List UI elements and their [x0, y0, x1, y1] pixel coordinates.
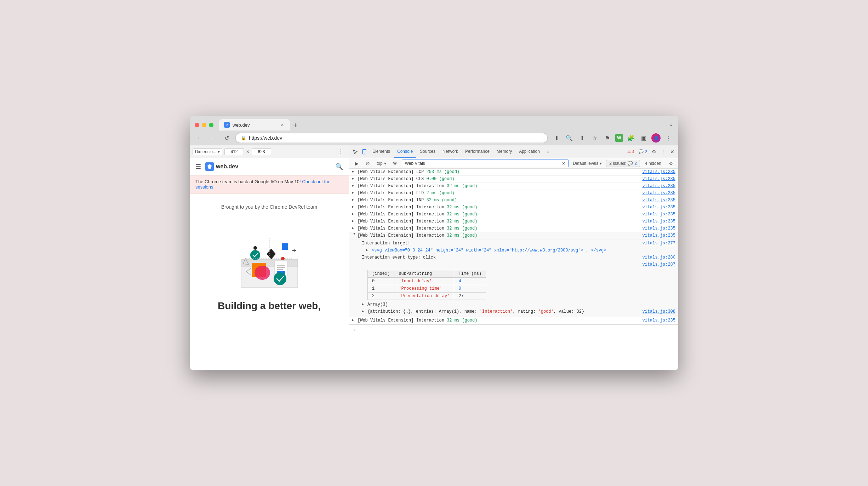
- share-icon[interactable]: ⬆: [577, 133, 587, 143]
- array-row[interactable]: ► Array(3): [359, 301, 678, 308]
- log-source[interactable]: vitals.js:235: [642, 212, 675, 217]
- log-entry-interaction-2[interactable]: ► [Web Vitals Extension] Interaction 32 …: [349, 204, 678, 211]
- log-source[interactable]: vitals.js:235: [642, 169, 675, 174]
- tab-close-button[interactable]: ✕: [279, 122, 285, 128]
- log-source[interactable]: vitals.js:235: [642, 226, 675, 231]
- tab-memory[interactable]: Memory: [493, 145, 515, 158]
- expand-arrow-icon[interactable]: ►: [352, 219, 357, 223]
- active-tab[interactable]: web.dev ✕: [219, 119, 290, 131]
- log-source[interactable]: vitals.js:235: [642, 318, 675, 323]
- tab-sources[interactable]: Sources: [416, 145, 439, 158]
- close-button[interactable]: [195, 123, 199, 127]
- interaction-event-text: Interaction event type: click: [362, 255, 639, 260]
- expand-arrow-icon[interactable]: ►: [352, 198, 357, 202]
- console-settings-icon[interactable]: ⚙: [666, 159, 675, 168]
- height-input[interactable]: [252, 148, 271, 155]
- close-devtools-icon[interactable]: ✕: [668, 147, 677, 156]
- log-entry-fid[interactable]: ► [Web Vitals Extension] FID 2 ms (good)…: [349, 190, 678, 197]
- tab-performance[interactable]: Performance: [462, 145, 493, 158]
- warning-badge[interactable]: ⚠ 4: [625, 149, 636, 155]
- dimension-bar: Dimensio... ▾ ✕ ⋮: [190, 145, 349, 158]
- log-entry-interaction-1[interactable]: ► [Web Vitals Extension] Interaction 32 …: [349, 183, 678, 190]
- tab-more[interactable]: »: [543, 145, 553, 158]
- issues-badge[interactable]: 2 Issues: 💬 2: [606, 160, 640, 167]
- menu-icon[interactable]: ⋮: [663, 133, 673, 143]
- log-source[interactable]: vitals.js:235: [642, 191, 675, 196]
- dimensions-more-icon[interactable]: ⋮: [336, 147, 346, 157]
- log-source[interactable]: vitals.js:235: [642, 198, 675, 203]
- bookmark-icon[interactable]: ☆: [590, 133, 600, 143]
- new-tab-button[interactable]: +: [290, 120, 301, 131]
- log-entry-inp[interactable]: ► [Web Vitals Extension] INP 32 ms (good…: [349, 197, 678, 204]
- log-source[interactable]: vitals.js:235: [642, 184, 675, 189]
- log-source[interactable]: vitals.js:235: [642, 233, 675, 238]
- title-bar: web.dev ✕ + ⌄: [190, 116, 678, 131]
- interaction-event-source[interactable]: vitals.js:280: [642, 255, 675, 260]
- inspect-element-icon[interactable]: [350, 147, 360, 156]
- extension-green-icon[interactable]: W: [615, 134, 623, 142]
- log-source[interactable]: vitals.js:235: [642, 219, 675, 224]
- log-source[interactable]: vitals.js:235: [642, 205, 675, 210]
- devtools-tabs-bar: Elements Console Sources Network Perform…: [349, 145, 678, 158]
- address-field[interactable]: 🔒 https://web.dev: [235, 133, 548, 143]
- maximize-button[interactable]: [209, 123, 213, 127]
- log-levels-selector[interactable]: Default levels ▾: [571, 160, 604, 167]
- expand-arrow-icon[interactable]: ►: [352, 226, 357, 230]
- tab-network[interactable]: Network: [439, 145, 462, 158]
- hamburger-menu-icon[interactable]: ☰: [195, 163, 201, 170]
- minimize-button[interactable]: [202, 123, 206, 127]
- array-arrow[interactable]: ►: [362, 302, 367, 306]
- devtools-merged-bar: Dimensio... ▾ ✕ ⋮: [190, 145, 678, 158]
- stop-icon[interactable]: ⊘: [363, 159, 372, 168]
- expand-arrow-icon[interactable]: ►: [352, 184, 357, 188]
- log-entry-interaction-4[interactable]: ► [Web Vitals Extension] Interaction 32 …: [349, 218, 678, 225]
- log-entry-interaction-last[interactable]: ► [Web Vitals Extension] Interaction 32 …: [349, 317, 678, 324]
- clear-filter-icon[interactable]: ✕: [562, 161, 565, 166]
- expand-arrow-icon[interactable]: ►: [352, 177, 357, 181]
- attribution-row[interactable]: ► {attribution: {…}, entries: Array(1), …: [359, 308, 678, 316]
- back-button[interactable]: ←: [195, 133, 205, 143]
- extensions-icon[interactable]: 🧩: [626, 133, 636, 143]
- attribution-source[interactable]: vitals.js:308: [642, 309, 675, 314]
- zoom-icon[interactable]: 🔍: [564, 133, 574, 143]
- blank-source[interactable]: vitals.js:287: [642, 262, 675, 267]
- refresh-button[interactable]: ↺: [222, 133, 232, 143]
- log-entry-interaction-expanded[interactable]: ► [Web Vitals Extension] Interaction 32 …: [349, 232, 678, 239]
- sidebar-icon[interactable]: ▣: [639, 133, 649, 143]
- forward-button[interactable]: →: [208, 133, 218, 143]
- device-toolbar-icon[interactable]: [360, 147, 369, 156]
- devtools-more-icon[interactable]: ⋮: [658, 147, 668, 156]
- log-levels-label: Default levels: [573, 161, 598, 166]
- tab-application[interactable]: Application: [515, 145, 543, 158]
- expand-arrow-icon[interactable]: ►: [352, 191, 357, 195]
- eye-icon[interactable]: 👁: [390, 159, 400, 168]
- log-entry-interaction-3[interactable]: ► [Web Vitals Extension] Interaction 32 …: [349, 211, 678, 218]
- download-icon[interactable]: ⬇: [552, 133, 561, 143]
- expand-arrow-icon[interactable]: ►: [352, 205, 357, 209]
- interaction-target-source[interactable]: vitals.js:277: [642, 241, 675, 246]
- tab-console[interactable]: Console: [394, 145, 416, 158]
- console-filter-input[interactable]: Web Vitals ✕: [402, 160, 569, 167]
- avatar[interactable]: 👤: [651, 133, 661, 143]
- attribution-arrow[interactable]: ►: [362, 309, 367, 313]
- window-chevron[interactable]: ⌄: [669, 121, 673, 129]
- page-search-icon[interactable]: 🔍: [335, 163, 343, 170]
- width-input[interactable]: [224, 148, 244, 155]
- expand-arrow-icon[interactable]: ►: [352, 318, 357, 322]
- flag-icon[interactable]: ⚑: [603, 133, 612, 143]
- context-selector[interactable]: top ▾: [375, 160, 388, 167]
- expand-arrow-icon[interactable]: ►: [352, 169, 357, 174]
- log-source[interactable]: vitals.js:235: [642, 177, 675, 181]
- settings-icon[interactable]: ⚙: [649, 147, 658, 156]
- console-input[interactable]: [358, 327, 674, 332]
- tab-elements[interactable]: Elements: [369, 145, 394, 158]
- run-script-icon[interactable]: ▶: [352, 159, 361, 168]
- log-entry-interaction-5[interactable]: ► [Web Vitals Extension] Interaction 32 …: [349, 225, 678, 232]
- svg-expand-arrow[interactable]: ►: [366, 248, 371, 252]
- collapse-arrow-icon[interactable]: ►: [352, 233, 356, 238]
- info-badge[interactable]: 💬 2: [636, 149, 649, 155]
- device-preset-selector[interactable]: Dimensio... ▾: [193, 148, 222, 155]
- expand-arrow-icon[interactable]: ►: [352, 212, 357, 216]
- log-entry-lcp[interactable]: ► [Web Vitals Extension] LCP 203 ms (goo…: [349, 169, 678, 176]
- log-entry-cls[interactable]: ► [Web Vitals Extension] CLS 0.00 (good)…: [349, 176, 678, 183]
